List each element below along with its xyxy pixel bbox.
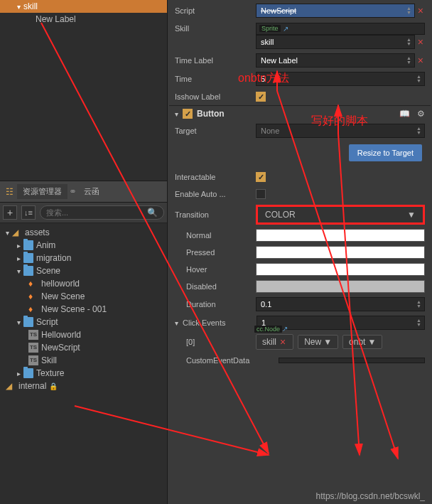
search-icon: 🔍 bbox=[147, 208, 158, 218]
book-icon[interactable]: 📖 bbox=[399, 109, 410, 119]
stepper-icon[interactable]: ▲▼ bbox=[416, 300, 421, 309]
asset-folder-migration[interactable]: ▸migration bbox=[3, 252, 164, 264]
label-normal: Normal bbox=[175, 231, 252, 240]
search-input[interactable] bbox=[46, 208, 147, 217]
chevron-down-icon: ▼ bbox=[323, 337, 332, 347]
folder-icon bbox=[23, 317, 33, 327]
label-disabled: Disabled bbox=[175, 282, 252, 291]
enable-checkbox[interactable] bbox=[183, 109, 193, 119]
cloud-icon: ⚭ bbox=[69, 186, 77, 197]
asset-folder-texture[interactable]: ▸Texture bbox=[3, 367, 164, 380]
script-field[interactable]: NewScript bbox=[259, 6, 404, 16]
collapse-arrow-icon[interactable]: ▾ bbox=[175, 319, 178, 327]
asset-folder-script[interactable]: ▾Script bbox=[3, 316, 164, 328]
label-idx0: [0] bbox=[175, 338, 252, 346]
folder-icon bbox=[23, 240, 33, 250]
add-button[interactable]: + bbox=[3, 205, 17, 220]
stepper-icon[interactable]: ▲▼ bbox=[416, 75, 421, 83]
enableauto-checkbox[interactable] bbox=[256, 189, 266, 199]
event-node-field[interactable]: skill× bbox=[256, 334, 293, 350]
label-timelabel: Time Label bbox=[175, 56, 252, 65]
lock-icon: 🔒 bbox=[49, 382, 58, 390]
event-component-select[interactable]: New▼ bbox=[298, 335, 338, 349]
target-field[interactable]: None bbox=[259, 126, 414, 136]
tab-assets-manager[interactable]: 资源管理器 bbox=[17, 184, 68, 199]
folder-icon bbox=[23, 266, 33, 276]
remove-icon[interactable]: × bbox=[416, 5, 425, 16]
isshow-checkbox[interactable] bbox=[256, 92, 266, 102]
section-title: Button bbox=[197, 109, 395, 119]
hierarchy-item-newlabel[interactable]: New Label bbox=[0, 13, 167, 26]
time-field[interactable]: 5 bbox=[259, 74, 414, 84]
hierarchy-item-skill[interactable]: ▾ skill bbox=[0, 0, 167, 13]
duration-field[interactable]: 0.1 bbox=[259, 299, 414, 309]
ts-icon: TS bbox=[28, 330, 38, 340]
asset-internal[interactable]: ◢internal🔒 bbox=[3, 380, 164, 392]
assets-tabs: ☷ 资源管理器 ⚭ 云函 bbox=[0, 181, 167, 203]
label-isshow: Isshow Label bbox=[175, 92, 252, 101]
asset-root[interactable]: ▾◢assets bbox=[3, 226, 164, 239]
hierarchy-label: New Label bbox=[36, 14, 76, 24]
left-panel: ▾ skill New Label ☷ 资源管理器 ⚭ 云函 + ↓≡ 🔍 ▾◢… bbox=[0, 0, 167, 504]
label-clickevents: Click Events bbox=[183, 318, 252, 327]
inspector-panel: Script NewScript▲▼× Skill Sprite↗ skill▲… bbox=[167, 0, 432, 504]
link-icon[interactable]: ↗ bbox=[282, 325, 288, 333]
fire-icon: ♦ bbox=[28, 279, 38, 289]
customdata-input[interactable] bbox=[279, 358, 425, 363]
sort-button[interactable]: ↓≡ bbox=[21, 205, 36, 220]
db-icon: ◢ bbox=[6, 381, 16, 391]
asset-folder-scene[interactable]: ▾Scene bbox=[3, 264, 164, 277]
pressed-color-swatch[interactable] bbox=[256, 246, 425, 259]
fire-icon: ♦ bbox=[28, 304, 38, 314]
tab-cloud[interactable]: 云函 bbox=[78, 184, 105, 199]
timelabel-field[interactable]: New Label bbox=[259, 55, 404, 65]
interactable-checkbox[interactable] bbox=[256, 172, 266, 182]
chevron-down-icon: ▼ bbox=[407, 210, 416, 220]
assets-toolbar: + ↓≡ 🔍 bbox=[0, 203, 167, 223]
search-box[interactable]: 🔍 bbox=[40, 205, 164, 220]
stepper-icon[interactable]: ▲▼ bbox=[406, 38, 411, 46]
remove-icon[interactable]: × bbox=[416, 55, 425, 66]
hierarchy-panel: ▾ skill New Label bbox=[0, 0, 167, 181]
label-duration: Duration bbox=[175, 300, 252, 309]
expand-arrow-icon[interactable]: ▾ bbox=[17, 3, 21, 11]
asset-folder-anim[interactable]: ▸Anim bbox=[3, 239, 164, 252]
asset-script-skill[interactable]: TSSkill bbox=[3, 354, 164, 367]
link-icon[interactable]: ↗ bbox=[283, 25, 288, 33]
label-target: Target bbox=[175, 127, 252, 135]
normal-color-swatch[interactable] bbox=[256, 229, 425, 242]
asset-scene-helloworld[interactable]: ♦helloworld bbox=[3, 277, 164, 290]
collapse-arrow-icon[interactable]: ▾ bbox=[175, 110, 178, 118]
db-icon: ◢ bbox=[12, 227, 22, 237]
skill-field[interactable]: skill bbox=[259, 37, 404, 47]
asset-script-helloworld[interactable]: TSHelloworld bbox=[3, 328, 164, 341]
folder-icon bbox=[23, 253, 33, 263]
label-skill: Skill bbox=[175, 24, 252, 33]
ts-icon: TS bbox=[28, 343, 38, 353]
hover-color-swatch[interactable] bbox=[256, 263, 425, 276]
disabled-color-swatch[interactable] bbox=[256, 280, 425, 293]
section-button[interactable]: ▾ Button 📖⚙ bbox=[169, 105, 431, 122]
transition-select[interactable]: COLOR▼ bbox=[256, 205, 425, 225]
fire-icon: ♦ bbox=[28, 291, 38, 301]
stepper-icon[interactable]: ▲▼ bbox=[406, 6, 411, 15]
asset-scene-newscene001[interactable]: ♦New Scene - 001 bbox=[3, 303, 164, 316]
type-tag: Sprite bbox=[259, 25, 281, 32]
stepper-icon[interactable]: ▲▼ bbox=[416, 127, 421, 135]
label-pressed: Pressed bbox=[175, 248, 252, 257]
gear-icon[interactable]: ⚙ bbox=[417, 109, 425, 119]
remove-icon: × bbox=[279, 336, 287, 348]
label-script: Script bbox=[175, 6, 252, 15]
asset-scene-newscene[interactable]: ♦New Scene bbox=[3, 290, 164, 303]
ts-icon: TS bbox=[28, 355, 38, 365]
db-icon: ☷ bbox=[6, 187, 16, 197]
resize-target-button[interactable]: Resize to Target bbox=[349, 144, 422, 161]
stepper-icon[interactable]: ▲▼ bbox=[416, 318, 421, 327]
assets-tree: ▾◢assets ▸Anim ▸migration ▾Scene ♦hellow… bbox=[0, 223, 167, 395]
label-transition: Transition bbox=[175, 210, 252, 219]
remove-icon[interactable]: × bbox=[416, 36, 425, 48]
asset-script-newscript[interactable]: TSNewScript bbox=[3, 341, 164, 354]
stepper-icon[interactable]: ▲▼ bbox=[406, 56, 411, 65]
event-handler-select[interactable]: onbt▼ bbox=[342, 335, 382, 349]
label-hover: Hover bbox=[175, 265, 252, 274]
